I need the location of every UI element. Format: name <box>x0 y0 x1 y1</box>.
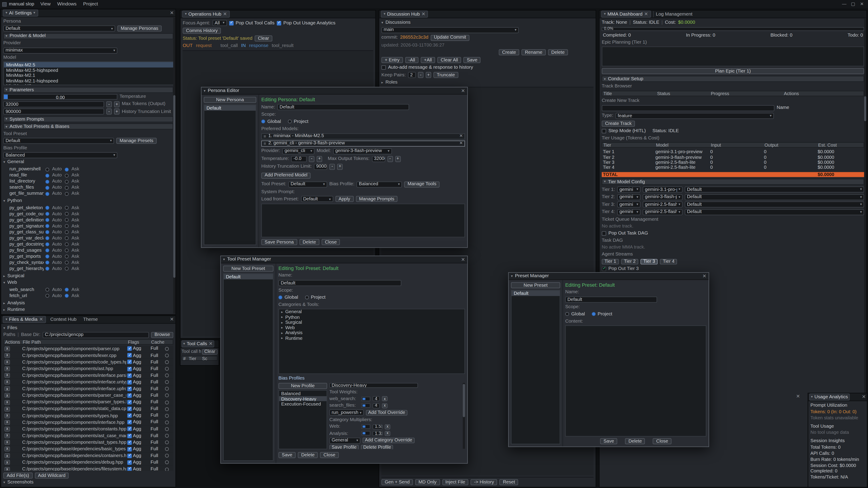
model-list-item[interactable]: MiniMax-M2.5-highspeed <box>4 67 173 72</box>
full-flag[interactable]: Full <box>151 353 164 358</box>
delete-persona-button[interactable]: Delete <box>299 239 319 245</box>
pop-out-tool-calls-checkbox[interactable] <box>229 21 234 25</box>
remove-file-button[interactable] <box>4 460 10 465</box>
delete-tool-preset-button[interactable]: Delete <box>298 452 318 458</box>
tool-preset-titlebar[interactable]: Tool Preset Manager <box>221 256 467 263</box>
bias-profile-select[interactable]: Balanced <box>3 152 117 158</box>
persona-list-item[interactable]: Default <box>204 105 256 110</box>
delete-discussion-button[interactable]: Delete <box>548 50 568 56</box>
agg-checkbox[interactable] <box>127 454 132 458</box>
ask-radio[interactable] <box>65 206 69 210</box>
remove-file-button[interactable] <box>4 453 10 458</box>
preferred-model-row[interactable]: 2. gemini_cli - gemini-3-flash-preview <box>261 140 465 147</box>
dialog-close-icon[interactable] <box>702 274 706 279</box>
tier-preset-select[interactable]: Default <box>685 209 864 215</box>
preset-name-input[interactable]: Default <box>565 297 657 303</box>
tier-preset-select[interactable]: Default <box>685 194 864 200</box>
full-flag[interactable]: Full <box>151 359 164 365</box>
max-tokens-input[interactable]: 32000 <box>3 101 104 107</box>
full-flag[interactable]: Full <box>151 453 164 459</box>
create-discussion-button[interactable]: Create <box>499 50 519 56</box>
scope-project-radio[interactable] <box>305 295 309 299</box>
agg-checkbox[interactable] <box>127 393 132 398</box>
drag-handle-icon[interactable] <box>264 141 266 146</box>
auto-radio[interactable] <box>45 206 49 210</box>
remove-file-button[interactable] <box>4 393 10 398</box>
system-prompts-header[interactable]: System Prompts <box>3 116 174 122</box>
stream-tab-button[interactable]: Tier 1 <box>602 259 619 264</box>
tab-mma-dashboard[interactable]: MMA Dashboard <box>601 10 651 18</box>
decrement-button[interactable]: - <box>309 156 314 162</box>
tool-group-web-header[interactable]: Web <box>3 280 174 286</box>
auto-radio[interactable] <box>45 294 49 298</box>
ask-radio[interactable] <box>65 249 69 253</box>
cache-indicator-icon[interactable] <box>165 387 169 391</box>
step-mode-checkbox[interactable] <box>602 129 606 133</box>
cache-indicator-icon[interactable] <box>165 461 169 464</box>
browse-button[interactable]: Browse <box>151 332 174 338</box>
remove-file-button[interactable] <box>4 373 10 378</box>
tool-preset-list-item[interactable]: Default <box>223 274 273 279</box>
update-commit-button[interactable]: Update Commit <box>431 35 469 41</box>
tier-model-select[interactable]: gemini-3.1-pro-preview <box>643 186 682 193</box>
close-dialog-button[interactable]: Close <box>653 438 671 445</box>
conductor-setup-header[interactable]: Conductor Setup <box>602 76 864 82</box>
tier-provider-select[interactable]: gemini <box>617 209 641 215</box>
stream-tab-button[interactable]: Tier 4 <box>660 259 677 264</box>
remove-weight-button[interactable] <box>382 403 388 408</box>
remove-file-button[interactable] <box>4 420 10 425</box>
manage-personas-button[interactable]: Manage Personas <box>117 26 162 32</box>
ask-radio[interactable] <box>65 186 69 190</box>
decrement-button[interactable]: - <box>106 101 112 107</box>
cache-indicator-icon[interactable] <box>165 454 169 458</box>
full-flag[interactable]: Full <box>151 447 164 452</box>
tab-ai-settings[interactable]: AI Settings <box>3 9 38 17</box>
full-flag[interactable]: Full <box>151 400 164 405</box>
persona-tool-preset-select[interactable]: Default <box>288 181 327 187</box>
track-type-select[interactable]: feature <box>616 113 774 119</box>
remove-file-button[interactable] <box>4 380 10 385</box>
remove-file-button[interactable] <box>4 353 10 358</box>
agg-checkbox[interactable] <box>127 347 132 351</box>
agg-checkbox[interactable] <box>127 373 132 378</box>
agg-checkbox[interactable] <box>127 420 132 425</box>
agg-checkbox[interactable] <box>127 460 132 465</box>
tab-tool-calls[interactable]: Tool Calls <box>182 340 214 348</box>
decrement-button[interactable]: - <box>387 156 393 162</box>
agg-checkbox[interactable] <box>127 387 132 391</box>
increment-button[interactable]: + <box>337 164 343 170</box>
preset-list-item[interactable]: Default <box>512 291 560 296</box>
pm-temperature-input[interactable]: -0.0 <box>291 156 307 162</box>
agg-checkbox[interactable] <box>127 414 132 418</box>
cache-indicator-icon[interactable] <box>165 367 169 371</box>
remove-file-button[interactable] <box>4 386 10 391</box>
panel-close-icon[interactable] <box>170 317 174 322</box>
ask-radio[interactable] <box>65 167 69 171</box>
delete-preset-button[interactable]: Delete <box>625 438 645 445</box>
decrement-button[interactable]: - <box>330 164 335 170</box>
full-flag[interactable]: Full <box>151 346 164 352</box>
full-flag[interactable]: Full <box>151 426 164 432</box>
tab-theme[interactable]: Theme <box>81 316 100 323</box>
full-flag[interactable]: Full <box>151 386 164 392</box>
ask-radio[interactable] <box>65 173 69 177</box>
parameters-header[interactable]: Parameters <box>3 87 174 93</box>
save-preset-button[interactable]: Save <box>600 438 617 445</box>
increment-button[interactable]: + <box>114 109 119 115</box>
auto-radio[interactable] <box>45 212 49 216</box>
manage-tools-button[interactable]: Manage Tools <box>404 181 440 187</box>
ask-radio[interactable] <box>65 212 69 216</box>
tool-preset-select[interactable]: Default <box>3 138 114 144</box>
decrement-button[interactable]: - <box>418 72 423 78</box>
scope-global-radio[interactable] <box>261 120 265 124</box>
cache-indicator-icon[interactable] <box>165 447 169 451</box>
discussion-footer-button[interactable]: Inject File <box>442 479 469 485</box>
clear-status-button[interactable]: Clear <box>254 35 272 41</box>
manage-presets-button[interactable]: Manage Presets <box>116 138 157 144</box>
full-flag[interactable]: Full <box>151 420 164 425</box>
base-dir-input[interactable]: C:/projects/gencpp <box>42 332 149 338</box>
cache-indicator-icon[interactable] <box>165 354 169 357</box>
full-flag[interactable]: Full <box>151 393 164 398</box>
tab-options-icon[interactable] <box>33 11 35 15</box>
tab-close-icon[interactable] <box>644 12 648 17</box>
